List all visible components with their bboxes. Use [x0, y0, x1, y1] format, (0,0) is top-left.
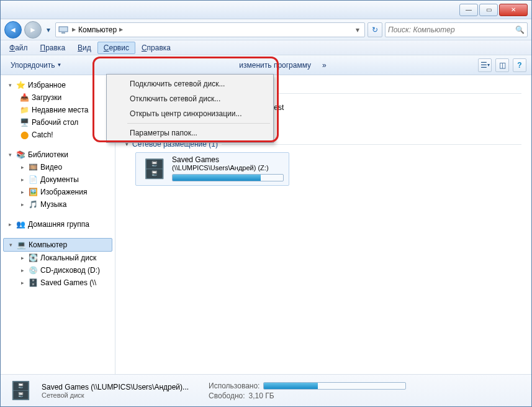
- menu-unmap-drive[interactable]: Отключить сетевой диск...: [109, 91, 271, 106]
- preview-pane-button[interactable]: ◫: [495, 58, 509, 72]
- expand-icon[interactable]: ▸: [19, 255, 25, 261]
- tree-label: Рабочий стол: [32, 118, 78, 127]
- address-bar[interactable]: ▶ Компьютер ▶ ▾: [55, 22, 365, 37]
- arrow-left-icon: ◄: [9, 25, 17, 34]
- expand-icon[interactable]: ▸: [19, 280, 25, 286]
- tree-label: Загрузки: [32, 93, 61, 102]
- drive-icon: 💽: [28, 253, 38, 263]
- document-icon: 📄: [28, 175, 38, 185]
- tree-label: Saved Games (\\: [40, 278, 96, 287]
- back-button[interactable]: ◄: [4, 21, 22, 39]
- details-pane: 🗄️ Saved Games (\\LUMPICS\Users\Андрей).…: [1, 374, 531, 406]
- menu-map-drive[interactable]: Подключить сетевой диск...: [109, 76, 271, 91]
- details-subtitle: Сетевой диск: [42, 391, 189, 399]
- desktop-icon: 🖥️: [19, 117, 29, 127]
- address-dropdown[interactable]: ▾: [353, 25, 362, 34]
- tree-cd-drive[interactable]: ▸ 💿 CD-дисковод (D:): [1, 264, 115, 277]
- tree-pictures[interactable]: ▸ 🖼️ Изображения: [1, 186, 115, 198]
- svg-rect-1: [61, 32, 65, 34]
- collapse-icon[interactable]: ▾: [7, 82, 13, 88]
- arrow-right-icon: ►: [29, 25, 37, 34]
- collapse-icon[interactable]: ▾: [7, 152, 13, 158]
- usage-bar: [172, 174, 284, 181]
- search-box[interactable]: 🔍: [385, 22, 528, 37]
- organize-button[interactable]: Упорядочить ▼: [6, 58, 66, 72]
- tree-computer[interactable]: ▾ 💻 Компьютер: [3, 238, 112, 252]
- tree-label: Избранное: [28, 81, 66, 89]
- overflow-button[interactable]: »: [322, 61, 327, 70]
- change-program-button[interactable]: изменить программу: [234, 58, 316, 72]
- search-input[interactable]: [388, 25, 515, 34]
- refresh-icon: ↻: [372, 25, 378, 34]
- tree-label: Catch!: [32, 130, 53, 139]
- item-path: (\\LUMPICS\Users\Андрей) (Z:): [172, 164, 284, 171]
- view-mode-button[interactable]: ☰▾: [478, 58, 492, 72]
- tree-label: CD-дисковод (D:): [40, 266, 100, 275]
- panel-icon: ◫: [499, 61, 506, 70]
- tree-downloads[interactable]: 📥 Загрузки: [1, 91, 115, 104]
- close-button[interactable]: ✕: [499, 4, 528, 16]
- network-drive-icon: 🗄️: [141, 155, 167, 181]
- tree-label: Домашняя группа: [28, 220, 89, 229]
- item-network-drive[interactable]: 🗄️ Saved Games (\\LUMPICS\Users\Андрей) …: [135, 152, 289, 186]
- expand-icon[interactable]: ▸: [19, 267, 25, 273]
- organize-label: Упорядочить: [11, 61, 55, 70]
- free-label: Свободно:: [209, 391, 245, 400]
- command-bar: Упорядочить ▼ изменить программу » ☰▾ ◫ …: [1, 55, 531, 75]
- menu-separator: [127, 123, 270, 124]
- tree-label: Видео: [40, 163, 62, 171]
- tools-menu-popup: Подключить сетевой диск... Отключить сет…: [106, 74, 274, 143]
- nav-row: ◄ ► ▾ ▶ Компьютер ▶ ▾ ↻ 🔍: [1, 19, 531, 40]
- maximize-button[interactable]: ▭: [479, 4, 498, 16]
- explorer-window: — ▭ ✕ ◄ ► ▾ ▶ Компьютер ▶ ▾ ↻ 🔍: [0, 0, 532, 407]
- breadcrumb-sep-icon: ▶: [118, 27, 124, 32]
- tree-catch[interactable]: ⬤ Catch!: [1, 129, 115, 141]
- tree-label: Изображения: [40, 188, 87, 196]
- menu-folder-options[interactable]: Параметры папок...: [109, 126, 271, 140]
- tree-music[interactable]: ▸ 🎵 Музыка: [1, 198, 115, 211]
- menu-view[interactable]: Вид: [71, 42, 97, 54]
- menu-sync-center[interactable]: Открыть центр синхронизации...: [109, 106, 271, 121]
- expand-icon[interactable]: ▸: [19, 164, 25, 170]
- homegroup-icon: 👥: [16, 219, 25, 229]
- minimize-button[interactable]: —: [459, 4, 478, 16]
- tree-documents[interactable]: ▸ 📄 Документы: [1, 173, 115, 186]
- help-button[interactable]: ?: [513, 58, 526, 72]
- menu-bar: Файл Правка Вид Сервис Справка: [1, 40, 531, 55]
- expand-icon[interactable]: ▸: [19, 189, 25, 195]
- refresh-button[interactable]: ↻: [367, 22, 382, 37]
- expand-icon[interactable]: ▸: [7, 221, 13, 227]
- tree-saved-games[interactable]: ▸ 🗄️ Saved Games (\\: [1, 277, 115, 289]
- menu-edit[interactable]: Правка: [34, 42, 72, 54]
- expand-icon[interactable]: ▸: [19, 201, 25, 208]
- breadcrumb-computer[interactable]: Компьютер: [77, 25, 118, 34]
- menu-help[interactable]: Справка: [135, 42, 177, 54]
- tools-dropdown: Подключить сетевой диск... Отключить сет…: [106, 74, 274, 143]
- forward-button[interactable]: ►: [24, 21, 42, 39]
- tree-libraries[interactable]: ▾ 📚 Библиотеки: [1, 149, 115, 161]
- music-icon: 🎵: [28, 199, 38, 209]
- computer-icon: 💻: [16, 240, 26, 250]
- details-title: Saved Games (\\LUMPICS\Users\Андрей)...: [42, 383, 189, 391]
- network-drive-icon: 🗄️: [28, 278, 38, 288]
- video-icon: 🎞️: [28, 162, 38, 172]
- star-icon: ⭐: [16, 80, 25, 90]
- tree-homegroup[interactable]: ▸ 👥 Домашняя группа: [1, 218, 115, 231]
- tree-favorites[interactable]: ▾ ⭐ Избранное: [1, 79, 115, 91]
- libraries-icon: 📚: [16, 150, 25, 160]
- tree-videos[interactable]: ▸ 🎞️ Видео: [1, 161, 115, 173]
- menu-tools[interactable]: Сервис: [97, 42, 135, 54]
- tree-desktop[interactable]: 🖥️ Рабочий стол: [1, 116, 115, 129]
- cd-icon: 💿: [28, 265, 38, 275]
- menu-file[interactable]: Файл: [3, 42, 34, 54]
- collapse-icon[interactable]: ▾: [7, 242, 14, 248]
- tree-label: Библиотеки: [28, 150, 68, 159]
- image-icon: 🖼️: [28, 187, 38, 197]
- tree-local-disk[interactable]: ▸ 💽 Локальный диск: [1, 252, 115, 264]
- catch-icon: ⬤: [19, 130, 29, 140]
- breadcrumb-sep-icon: ▶: [71, 27, 77, 32]
- tree-label: Локальный диск: [40, 254, 96, 262]
- tree-recent[interactable]: 📁 Недавние места: [1, 104, 115, 116]
- expand-icon[interactable]: ▸: [19, 176, 25, 183]
- history-dropdown[interactable]: ▾: [44, 24, 53, 36]
